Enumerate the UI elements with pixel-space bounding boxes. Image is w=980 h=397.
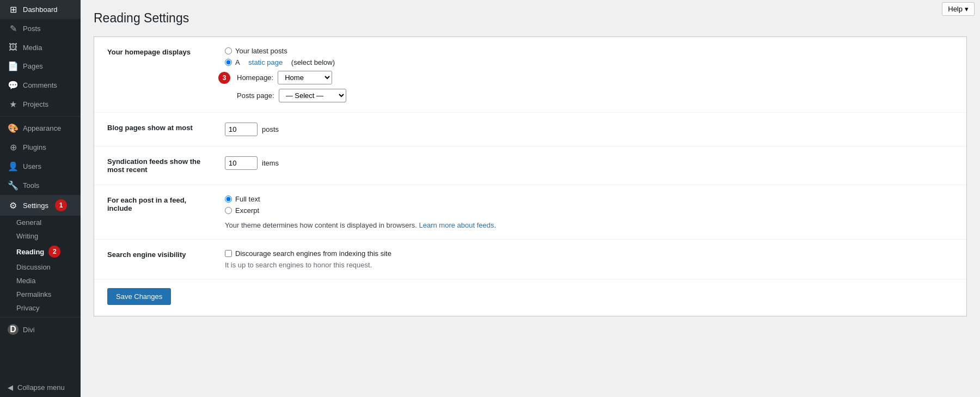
users-icon: 👤 <box>8 161 19 172</box>
submenu-permalinks[interactable]: Permalinks <box>0 288 81 301</box>
radio-latest-posts-input[interactable] <box>225 47 232 54</box>
syndication-feeds-label: Syndication feeds show the most recent <box>94 146 214 185</box>
posts-page-select-label: Posts page: <box>237 91 274 100</box>
sidebar-item-label: Dashboard <box>23 5 58 14</box>
collapse-label: Collapse menu <box>17 383 65 392</box>
radio-latest-posts[interactable]: Your latest posts <box>225 47 955 55</box>
sidebar-item-users[interactable]: 👤 Users <box>0 157 81 176</box>
sidebar-item-projects[interactable]: ★ Projects <box>0 95 81 114</box>
divi-label: Divi <box>23 326 35 334</box>
radio-excerpt[interactable]: Excerpt <box>225 206 955 215</box>
blog-pages-cell: posts <box>214 113 966 146</box>
static-page-suffix: (select below) <box>291 58 335 66</box>
submenu-discussion[interactable]: Discussion <box>0 260 81 274</box>
homepage-select[interactable]: Home About Contact Blog <box>278 71 332 84</box>
sidebar-item-dashboard[interactable]: ⊞ Dashboard <box>0 0 81 19</box>
step-badge-2: 2 <box>48 246 60 258</box>
dashboard-icon: ⊞ <box>8 4 19 15</box>
search-visibility-label: Search engine visibility <box>94 240 214 279</box>
learn-more-feeds-link[interactable]: Learn more about feeds <box>419 221 494 229</box>
syndication-feeds-suffix: items <box>262 159 279 167</box>
sidebar-divider-2 <box>0 317 81 317</box>
sidebar: ⊞ Dashboard ✎ Posts 🖼 Media 📄 Pages 💬 Co… <box>0 0 81 397</box>
sidebar-item-appearance[interactable]: 🎨 Appearance <box>0 119 81 138</box>
appearance-icon: 🎨 <box>8 123 19 133</box>
homepage-displays-label: Your homepage displays <box>94 37 214 113</box>
syndication-feeds-input[interactable] <box>225 156 258 170</box>
homepage-displays-row: Your homepage displays Your latest posts… <box>94 37 966 113</box>
radio-static-page-text-a: A <box>235 58 240 66</box>
settings-form: Your homepage displays Your latest posts… <box>94 36 967 316</box>
submenu-media[interactable]: Media <box>0 274 81 288</box>
sidebar-item-pages[interactable]: 📄 Pages <box>0 57 81 76</box>
save-changes-button[interactable]: Save Changes <box>107 288 171 305</box>
collapse-menu-button[interactable]: ◀ Collapse menu <box>0 378 81 397</box>
radio-full-text[interactable]: Full text <box>225 195 955 203</box>
sidebar-item-label: Media <box>23 44 42 52</box>
search-visibility-hint: It is up to search engines to honor this… <box>225 261 955 269</box>
submenu-privacy[interactable]: Privacy <box>0 301 81 315</box>
sidebar-bottom: ◀ Collapse menu <box>0 378 81 397</box>
sidebar-item-label: Tools <box>23 181 39 190</box>
blog-pages-input-row: posts <box>225 123 955 136</box>
sidebar-item-plugins[interactable]: ⊕ Plugins <box>0 138 81 157</box>
settings-icon: ⚙ <box>8 200 19 211</box>
static-page-link[interactable]: static page <box>248 58 283 66</box>
search-visibility-row: Search engine visibility Discourage sear… <box>94 240 966 279</box>
radio-full-text-input[interactable] <box>225 196 232 203</box>
homepage-displays-cell: Your latest posts A static page (select … <box>214 37 966 113</box>
sidebar-item-posts[interactable]: ✎ Posts <box>0 19 81 38</box>
sidebar-item-label: Settings <box>23 201 48 210</box>
chevron-down-icon: ▾ <box>965 5 969 13</box>
tools-icon: 🔧 <box>8 180 19 191</box>
homepage-select-row: 3 Homepage: Home About Contact Blog <box>237 71 955 84</box>
sidebar-item-tools[interactable]: 🔧 Tools <box>0 176 81 195</box>
divi-icon: D <box>8 324 19 335</box>
feed-include-row: For each post in a feed, include Full te… <box>94 185 966 240</box>
sidebar-divider <box>0 116 81 117</box>
search-visibility-checkbox-text: Discourage search engines from indexing … <box>235 249 391 258</box>
posts-icon: ✎ <box>8 23 19 34</box>
sidebar-item-label: Posts <box>23 25 41 33</box>
radio-excerpt-input[interactable] <box>225 207 232 214</box>
theme-note: Your theme determines how content is dis… <box>225 221 955 229</box>
sidebar-item-label: Users <box>23 162 41 170</box>
submenu-writing[interactable]: Writing <box>0 229 81 243</box>
help-label: Help <box>948 5 963 13</box>
plugins-icon: ⊕ <box>8 142 19 152</box>
posts-page-select-row: Posts page: — Select — Blog News <box>237 89 955 102</box>
media-icon: 🖼 <box>8 42 19 52</box>
main-content: Reading Settings Your homepage displays … <box>81 0 980 397</box>
radio-full-text-label: Full text <box>235 195 260 203</box>
homepage-select-label: Homepage: <box>237 74 273 82</box>
search-visibility-cell: Discourage search engines from indexing … <box>214 240 966 279</box>
submenu-general[interactable]: General <box>0 216 81 229</box>
sidebar-item-settings[interactable]: ⚙ Settings 1 <box>0 195 81 216</box>
sidebar-item-comments[interactable]: 💬 Comments <box>0 76 81 95</box>
pages-icon: 📄 <box>8 61 19 71</box>
page-title: Reading Settings <box>94 11 967 26</box>
sidebar-item-label: Appearance <box>23 124 61 132</box>
submenu-reading[interactable]: Reading 2 <box>0 243 81 260</box>
sidebar-item-divi[interactable]: D Divi <box>0 320 81 339</box>
blog-pages-input[interactable] <box>225 123 258 136</box>
sidebar-item-media[interactable]: 🖼 Media <box>0 38 81 57</box>
radio-static-page[interactable]: A static page (select below) <box>225 58 955 66</box>
radio-latest-posts-label: Your latest posts <box>235 47 287 55</box>
sidebar-item-label: Plugins <box>23 143 46 151</box>
radio-excerpt-label: Excerpt <box>235 206 259 215</box>
feed-include-cell: Full text Excerpt Your theme determines … <box>214 185 966 240</box>
search-visibility-checkbox-label[interactable]: Discourage search engines from indexing … <box>225 249 955 258</box>
step-badge-3: 3 <box>218 72 230 84</box>
feed-include-label: For each post in a feed, include <box>94 185 214 240</box>
blog-pages-row: Blog pages show at most posts <box>94 113 966 146</box>
posts-page-select[interactable]: — Select — Blog News <box>279 89 346 102</box>
projects-icon: ★ <box>8 99 19 109</box>
radio-static-page-input[interactable] <box>225 59 232 66</box>
sidebar-item-label: Projects <box>23 100 48 108</box>
step-badge-1: 1 <box>55 199 67 211</box>
help-button[interactable]: Help ▾ <box>942 2 975 16</box>
syndication-feeds-input-row: items <box>225 156 955 170</box>
form-table: Your homepage displays Your latest posts… <box>94 37 966 279</box>
search-visibility-checkbox[interactable] <box>225 250 232 257</box>
